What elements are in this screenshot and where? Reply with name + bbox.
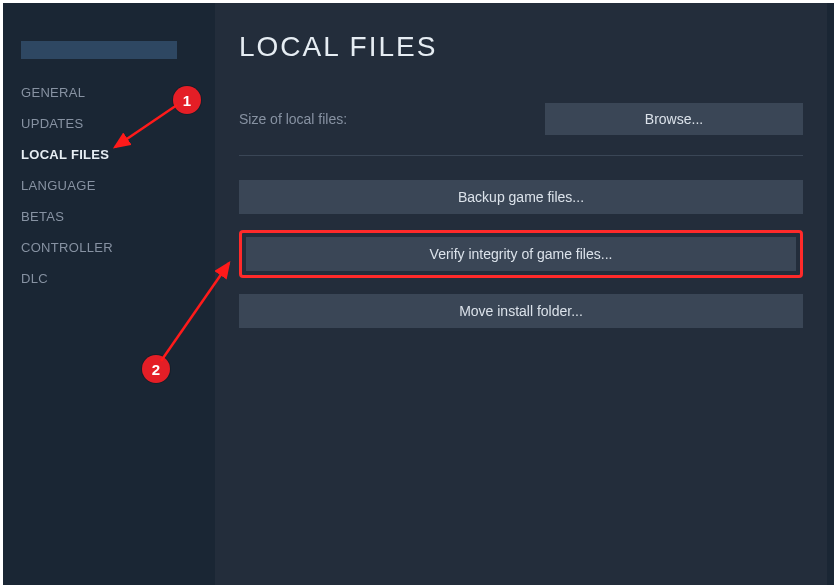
browse-button[interactable]: Browse...	[545, 103, 803, 135]
sidebar-item-language[interactable]: LANGUAGE	[21, 170, 201, 201]
sidebar-item-local-files[interactable]: LOCAL FILES	[21, 139, 201, 170]
size-row: Size of local files: Browse...	[239, 103, 803, 135]
main-panel: LOCAL FILES Size of local files: Browse.…	[215, 3, 827, 585]
annotation-badge-1: 1	[173, 86, 201, 114]
sidebar-item-updates[interactable]: UPDATES	[21, 108, 201, 139]
verify-highlight-box: Verify integrity of game files...	[239, 230, 803, 278]
divider	[239, 155, 803, 156]
sidebar-item-betas[interactable]: BETAS	[21, 201, 201, 232]
verify-integrity-button[interactable]: Verify integrity of game files...	[246, 237, 796, 271]
page-title: LOCAL FILES	[239, 31, 803, 63]
sidebar-search-bar[interactable]	[21, 41, 177, 59]
size-of-local-files-label: Size of local files:	[239, 111, 545, 127]
move-install-folder-button[interactable]: Move install folder...	[239, 294, 803, 328]
sidebar: GENERAL UPDATES LOCAL FILES LANGUAGE BET…	[21, 41, 201, 294]
backup-game-files-button[interactable]: Backup game files...	[239, 180, 803, 214]
annotation-badge-2: 2	[142, 355, 170, 383]
sidebar-item-controller[interactable]: CONTROLLER	[21, 232, 201, 263]
properties-window: GENERAL UPDATES LOCAL FILES LANGUAGE BET…	[3, 3, 834, 585]
sidebar-item-dlc[interactable]: DLC	[21, 263, 201, 294]
